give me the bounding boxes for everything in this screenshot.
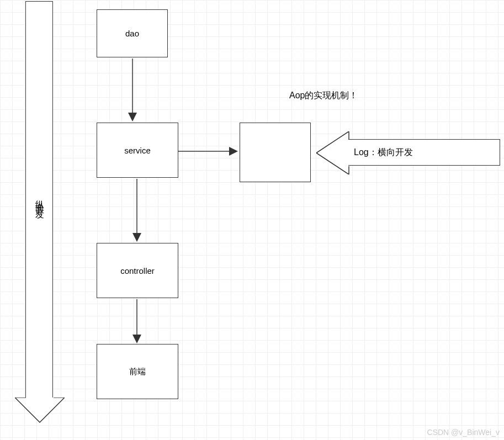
- arrow-service-to-aop: [178, 147, 239, 156]
- dao-box: dao: [97, 9, 168, 57]
- service-label: service: [124, 146, 151, 155]
- controller-label: controller: [120, 266, 155, 275]
- frontend-box: 前端: [97, 344, 178, 399]
- svg-marker-3: [128, 113, 137, 121]
- arrow-dao-to-service: [128, 59, 137, 123]
- aop-annotation: Aop的实现机制！: [289, 90, 358, 102]
- service-box: service: [97, 123, 178, 178]
- svg-marker-11: [132, 335, 141, 343]
- vertical-dev-arrow-head: [15, 397, 65, 423]
- log-label: Log：横向开发: [354, 147, 413, 158]
- dao-label: dao: [125, 29, 139, 38]
- arrow-controller-to-frontend: [132, 299, 141, 344]
- svg-marker-9: [132, 233, 141, 242]
- svg-marker-5: [229, 147, 238, 156]
- arrow-service-to-controller: [132, 179, 141, 243]
- frontend-label: 前端: [129, 367, 146, 377]
- svg-marker-6: [316, 131, 349, 174]
- aop-box: [240, 123, 311, 182]
- watermark: CSDN @v_BinWei_v: [427, 428, 500, 437]
- log-arrow-body: Log：横向开发: [348, 139, 500, 166]
- vertical-dev-label: 纵向开发: [34, 193, 45, 206]
- controller-box: controller: [97, 243, 178, 298]
- svg-marker-0: [15, 397, 65, 422]
- vertical-dev-arrow: 纵向开发: [25, 1, 53, 397]
- log-arrow-head: [316, 131, 349, 174]
